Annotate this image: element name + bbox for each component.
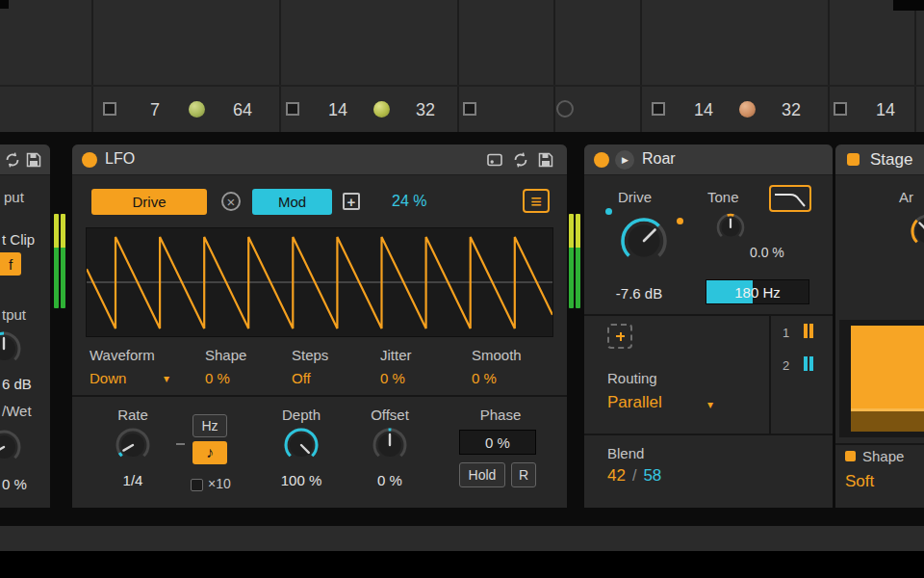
hot-swap-icon[interactable] [512, 151, 529, 169]
session-grid: 7 64 14 32 14 32 14 [0, 0, 924, 132]
section-divider [584, 314, 833, 316]
rate-value[interactable]: 1/4 [104, 472, 162, 488]
steps-label: Steps [292, 347, 328, 363]
steps-value[interactable]: Off [292, 370, 311, 386]
drive-value[interactable]: -7.6 dB [596, 285, 682, 302]
lfo-waveform [86, 227, 553, 337]
gain-value[interactable]: 6 dB [2, 376, 32, 392]
level-meter [569, 214, 574, 308]
chevron-down-icon[interactable]: ▾ [707, 398, 713, 411]
device-on-toggle[interactable] [594, 152, 609, 168]
shape-select[interactable]: Soft [845, 472, 874, 491]
sync-link-tick [176, 443, 185, 445]
roar-titlebar[interactable]: ▶ Roar [584, 144, 833, 175]
row-divider [0, 85, 924, 87]
tone-knob[interactable] [713, 210, 748, 249]
lfo-titlebar[interactable]: LFO [72, 144, 567, 175]
last-clip-label: t Clip [2, 231, 35, 248]
amount-knob[interactable] [907, 210, 924, 256]
shape-icon [845, 451, 856, 461]
preview-button[interactable]: ▶ [615, 150, 634, 170]
device-title: LFO [105, 150, 135, 168]
menu-icon[interactable]: ≡ [523, 189, 550, 213]
rate-knob[interactable] [114, 426, 152, 468]
chevron-down-icon[interactable]: ▾ [164, 372, 169, 385]
depth-value[interactable]: 100 % [272, 472, 330, 488]
add-mapping-icon[interactable]: + [343, 193, 360, 210]
device-on-toggle[interactable] [847, 153, 860, 166]
depth-knob[interactable] [282, 426, 321, 468]
x10-checkbox[interactable] [191, 479, 203, 491]
menu-glyph: ≡ [530, 192, 542, 211]
level-meter [576, 214, 580, 308]
clip-count: 64 [208, 100, 252, 120]
sync-mode-button[interactable]: ♪ [192, 441, 227, 464]
save-icon[interactable] [538, 152, 553, 168]
blend-values: 42 / 58 [607, 466, 661, 486]
jitter-value[interactable]: 0 % [380, 370, 405, 386]
shaper-display [839, 320, 924, 437]
shape-value[interactable]: 0 % [205, 370, 230, 386]
depth-label: Depth [272, 407, 330, 423]
drive-knob[interactable] [617, 214, 671, 272]
routing-select[interactable]: Parallel [607, 393, 662, 412]
off-button[interactable]: f [0, 252, 21, 276]
output-label: put [4, 189, 24, 205]
mod-button[interactable]: Mod [252, 189, 332, 215]
hold-button[interactable]: Hold [459, 462, 505, 487]
window-icon[interactable] [486, 151, 503, 169]
track-divider [914, 0, 916, 132]
clip-stop-button[interactable] [286, 102, 299, 116]
clip-indicator [373, 101, 390, 118]
filter-freq-slider[interactable]: 180 Hz [706, 279, 809, 304]
mod-amount-value[interactable]: 24 % [392, 193, 426, 210]
clip-indicator [189, 101, 205, 118]
mod-target-dot [677, 218, 683, 224]
jitter-label: Jitter [380, 347, 412, 363]
clip-stop-button[interactable] [463, 102, 476, 116]
level-meter [54, 214, 59, 308]
stage2-label: 2 [783, 358, 789, 373]
gain-knob[interactable] [0, 329, 23, 372]
smooth-value[interactable]: 0 % [472, 370, 497, 386]
play-icon: ▶ [621, 156, 629, 165]
hot-swap-icon[interactable] [4, 151, 21, 169]
track-divider [279, 0, 281, 132]
dry-wet-value[interactable]: 0 % [2, 476, 27, 492]
routing-icon [607, 324, 632, 349]
roar-device: ▶ Roar Drive -7.6 dB Tone 0.0 % 180 Hz R… [584, 144, 833, 508]
save-icon[interactable] [26, 152, 41, 168]
stage-titlebar[interactable]: Stage [835, 144, 924, 175]
phase-value[interactable]: 0 % [459, 430, 536, 455]
retrigger-button[interactable]: R [511, 462, 536, 487]
blend-b-value[interactable]: 58 [643, 466, 661, 486]
rate-label: Rate [104, 407, 162, 423]
bottom-black-band [0, 551, 924, 578]
waveform-select[interactable]: Down [90, 370, 126, 386]
unmap-icon[interactable]: × [221, 192, 241, 211]
hz-mode-button[interactable]: Hz [192, 414, 227, 437]
blend-a-value[interactable]: 42 [607, 466, 626, 486]
offset-knob[interactable] [371, 426, 409, 468]
clip-indicator [739, 101, 756, 118]
device-on-toggle[interactable] [82, 152, 97, 168]
lfo-device: LFO Drive × Mod + 24 % ≡ Waveform Shape … [72, 144, 567, 508]
left-device-titlebar[interactable] [0, 144, 50, 175]
clip-count: 14 [303, 100, 347, 120]
filter-type-button[interactable] [769, 185, 811, 212]
clip-stop-button[interactable] [834, 102, 847, 116]
offset-label: Offset [361, 407, 419, 423]
tone-value[interactable]: 0.0 % [750, 245, 784, 260]
section-divider [72, 395, 567, 397]
map-target-button[interactable]: Drive [91, 189, 207, 215]
mod-indicator-dot [605, 208, 612, 215]
clip-count: 14 [669, 100, 713, 120]
phase-label: Phase [462, 407, 539, 423]
track-divider [457, 0, 459, 132]
offset-value[interactable]: 0 % [361, 472, 419, 488]
section-divider [835, 443, 924, 445]
note-icon: ♪ [206, 445, 214, 460]
dry-wet-knob[interactable] [0, 428, 23, 470]
lowpass-curve-icon [771, 187, 809, 210]
clip-stop-button[interactable] [652, 102, 665, 116]
